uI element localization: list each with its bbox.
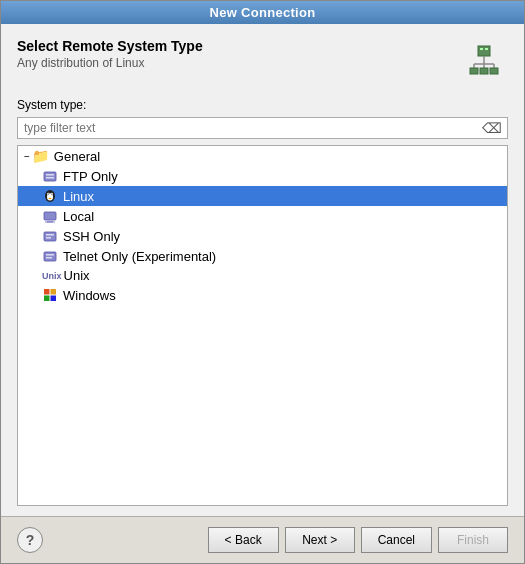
tree-label-linux: Linux — [63, 189, 94, 204]
tree-item-unix[interactable]: Unix Unix — [18, 266, 507, 285]
title-bar: New Connection — [1, 1, 524, 24]
tree-item-ssh[interactable]: SSH Only — [18, 226, 507, 246]
filter-row: ⌫ — [17, 117, 508, 139]
bottom-bar: ? < Back Next > Cancel Finish — [1, 516, 524, 563]
ssh-icon — [42, 228, 58, 244]
tree-label-unix: Unix — [64, 268, 90, 283]
svg-rect-28 — [46, 254, 54, 256]
main-content: Select Remote System Type Any distributi… — [1, 24, 524, 516]
svg-rect-8 — [470, 68, 478, 74]
tree-item-ftp[interactable]: FTP Only — [18, 166, 507, 186]
linux-icon — [42, 188, 58, 204]
header-text: Select Remote System Type Any distributi… — [17, 38, 450, 70]
svg-rect-30 — [44, 289, 50, 295]
ftp-icon — [42, 168, 58, 184]
button-group: < Back Next > Cancel Finish — [208, 527, 508, 553]
network-icon — [460, 38, 508, 86]
svg-rect-26 — [46, 237, 51, 239]
svg-rect-32 — [44, 296, 50, 302]
svg-rect-0 — [478, 46, 490, 56]
svg-rect-33 — [51, 296, 57, 302]
title-bar-label: New Connection — [209, 5, 315, 20]
svg-rect-25 — [46, 234, 54, 236]
cancel-button[interactable]: Cancel — [361, 527, 432, 553]
system-type-label: System type: — [17, 98, 508, 112]
unix-text-label: Unix — [42, 271, 62, 281]
tree-item-linux[interactable]: Linux — [18, 186, 507, 206]
svg-rect-31 — [51, 289, 57, 295]
help-button[interactable]: ? — [17, 527, 43, 553]
svg-point-20 — [49, 198, 52, 200]
svg-rect-23 — [45, 222, 55, 223]
tree-item-local[interactable]: Local — [18, 206, 507, 226]
tree-label-windows: Windows — [63, 288, 116, 303]
svg-rect-27 — [44, 252, 56, 261]
finish-button[interactable]: Finish — [438, 527, 508, 553]
telnet-icon — [42, 248, 58, 264]
svg-rect-11 — [44, 172, 56, 181]
back-button[interactable]: < Back — [208, 527, 279, 553]
filter-input[interactable] — [18, 118, 477, 138]
page-subtitle: Any distribution of Linux — [17, 56, 450, 70]
tree-item-general[interactable]: − 📁 General — [18, 146, 507, 166]
page-title: Select Remote System Type — [17, 38, 450, 54]
svg-rect-10 — [490, 68, 498, 74]
tree-item-windows[interactable]: Windows — [18, 285, 507, 305]
tree-label-local: Local — [63, 209, 94, 224]
svg-point-19 — [51, 193, 52, 194]
tree-box: − 📁 General FTP Only — [17, 145, 508, 506]
svg-rect-29 — [46, 257, 52, 259]
tree-item-telnet[interactable]: Telnet Only (Experimental) — [18, 246, 507, 266]
tree-label-ssh: SSH Only — [63, 229, 120, 244]
svg-rect-24 — [44, 232, 56, 241]
toggle-general-icon: − — [24, 151, 30, 162]
svg-rect-13 — [46, 177, 54, 179]
tree-label-ftp: FTP Only — [63, 169, 118, 184]
clear-filter-button[interactable]: ⌫ — [477, 118, 507, 138]
svg-rect-2 — [485, 48, 488, 50]
svg-point-18 — [48, 193, 49, 194]
next-button[interactable]: Next > — [285, 527, 355, 553]
svg-rect-21 — [44, 212, 56, 220]
tree-label-general: General — [54, 149, 100, 164]
tree-label-telnet: Telnet Only (Experimental) — [63, 249, 216, 264]
local-icon — [42, 208, 58, 224]
folder-icon: 📁 — [32, 148, 49, 164]
new-connection-dialog: New Connection Select Remote System Type… — [0, 0, 525, 564]
svg-rect-12 — [46, 174, 54, 176]
help-icon: ? — [26, 532, 35, 548]
header-section: Select Remote System Type Any distributi… — [17, 38, 508, 86]
svg-rect-1 — [480, 48, 483, 50]
windows-icon — [42, 287, 58, 303]
svg-rect-9 — [480, 68, 488, 74]
